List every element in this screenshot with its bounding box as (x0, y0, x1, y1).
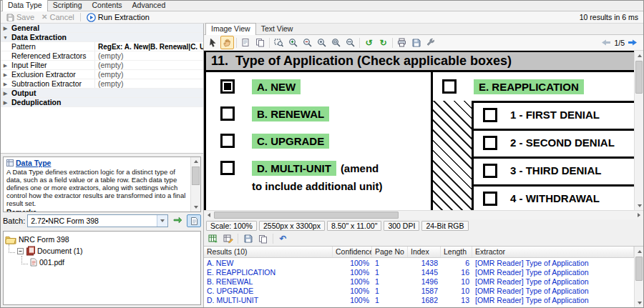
propgrid-row-input-filter[interactable]: ▶ Input Filter (empty) (1, 61, 203, 70)
chevron-right-icon[interactable]: ▶ (1, 98, 10, 107)
help-title-link[interactable]: Data Type (16, 159, 51, 167)
result-row[interactable]: C. UPGRADE 100% 1 1587 10 [OMR Reader] T… (204, 286, 634, 295)
result-row[interactable]: B. RENEWAL 100% 1 1496 10 [OMR Reader] T… (204, 277, 634, 286)
chevron-down-icon[interactable]: ▼ (1, 33, 10, 42)
combo-dropdown-button[interactable] (157, 215, 167, 227)
propgrid-row-referenced-extractors[interactable]: Referenced Extractors (empty) (1, 51, 203, 61)
tab-data-type[interactable]: Data Type (2, 0, 48, 11)
result-row[interactable]: D. MULTI-UNIT 100% 1 1682 13 [OMR Reader… (204, 295, 634, 304)
column-header-confidence[interactable]: Confidence (333, 247, 372, 257)
scroll-down-arrow[interactable] (635, 298, 643, 307)
image-viewport[interactable]: 11. Type of Application (Check applicabl… (204, 51, 643, 210)
propgrid-section-general[interactable]: ▶ General (1, 24, 203, 33)
chevron-right-icon[interactable]: ▶ (1, 24, 10, 33)
scroll-right-arrow[interactable] (634, 211, 643, 219)
scroll-up-arrow[interactable] (635, 247, 643, 256)
edit-zones-button[interactable] (221, 232, 235, 245)
cancel-button[interactable]: ✕ Cancel (39, 12, 77, 23)
propgrid-section-output[interactable]: ▶ Output (1, 89, 203, 98)
column-header-length[interactable]: Length (441, 247, 472, 257)
chevron-right-icon[interactable]: ▶ (1, 61, 10, 70)
scroll-up-arrow[interactable] (635, 51, 643, 60)
rotate-right-button[interactable]: ↻ (376, 36, 390, 49)
property-value[interactable]: (empty) (94, 70, 203, 79)
propgrid-row-pattern[interactable]: Pattern RegEx: A. New|B. Renewal|C. Upgr… (1, 42, 203, 51)
scroll-up-arrow[interactable] (191, 157, 200, 166)
zoom-in-button[interactable] (286, 36, 300, 49)
help-scrollbar[interactable] (190, 157, 200, 212)
select-region-button[interactable] (239, 36, 253, 49)
property-value[interactable]: (empty) (94, 61, 203, 69)
export-image-button[interactable] (409, 36, 423, 49)
tab-label: Contents (92, 1, 122, 9)
tab-image-view[interactable]: Image View (205, 23, 256, 35)
property-value[interactable]: (empty) (94, 79, 203, 88)
column-header-results[interactable]: Results (10) (204, 247, 333, 257)
run-extraction-button[interactable]: Run Extraction (84, 12, 152, 23)
propgrid-section-deduplication[interactable]: ▶ Deduplication (1, 98, 203, 107)
batch-combobox[interactable]: 2.72•NRC Form 398 (27, 214, 168, 227)
scroll-left-arrow[interactable] (204, 211, 213, 219)
save-results-button[interactable] (241, 232, 255, 245)
toolbar-separator (273, 234, 273, 244)
result-row[interactable]: A. NEW 100% 1 1438 6 [OMR Reader] Type o… (204, 258, 634, 267)
tab-contents[interactable]: Contents (87, 0, 127, 11)
zoom-fit-page-button[interactable] (329, 36, 343, 49)
scroll-thumb[interactable] (635, 257, 643, 281)
copy-results-button[interactable] (256, 232, 270, 245)
export-results-button[interactable] (206, 232, 220, 245)
scroll-thumb[interactable] (214, 212, 399, 219)
batch-tree[interactable]: NRC Form 398 Document (1) 001.pdf (3, 231, 201, 305)
column-header-extractor[interactable]: Extractor (472, 247, 634, 257)
zoom-out-icon (303, 38, 312, 47)
image-horizontal-scrollbar[interactable] (204, 210, 643, 219)
zoom-out-button[interactable] (301, 36, 314, 49)
scroll-down-arrow[interactable] (191, 203, 200, 212)
rotate-left-button[interactable]: ↺ (362, 36, 376, 49)
form-option-label: A. NEW (252, 79, 301, 94)
zoom-fit-width-button[interactable] (343, 36, 357, 49)
save-label: Save (16, 13, 34, 21)
property-value[interactable]: (empty) (94, 51, 203, 60)
result-row[interactable]: E. REAPPLICATION 100% 1 1445 16 [OMR Rea… (204, 267, 634, 277)
propgrid-row-subtraction-extractor[interactable]: ▶ Subtraction Extractor (empty) (1, 79, 203, 89)
property-grid: ▶ General ▼ Data Extraction Pattern RegE… (1, 24, 203, 154)
tab-scripting[interactable]: Scripting (48, 0, 87, 11)
tab-advanced[interactable]: Advanced (127, 0, 171, 11)
column-header-page-no[interactable]: Page No (372, 247, 408, 257)
previous-page-icon[interactable] (600, 39, 611, 46)
zoom-actual-size-button[interactable] (315, 36, 328, 49)
pan-tool-button[interactable] (220, 36, 234, 49)
copy-image-button[interactable] (253, 36, 267, 49)
tab-label: Advanced (132, 1, 166, 9)
tree-node-document[interactable]: Document (1) (5, 245, 199, 257)
scroll-thumb[interactable] (635, 61, 643, 94)
print-button[interactable] (395, 36, 409, 49)
propgrid-section-data-extraction[interactable]: ▼ Data Extraction (1, 33, 203, 42)
viewer-settings-button[interactable] (424, 36, 437, 49)
form-option-suffix: (amend (341, 162, 379, 174)
tree-node-batch-root[interactable]: NRC Form 398 (5, 234, 199, 245)
scroll-down-arrow[interactable] (635, 201, 643, 210)
chevron-right-icon[interactable]: ▶ (1, 89, 10, 98)
save-button[interactable]: Save (4, 12, 37, 23)
property-label: Input Filter (10, 61, 94, 69)
next-page-icon[interactable] (628, 39, 638, 46)
batch-process-button[interactable] (170, 214, 185, 227)
column-header-index[interactable]: Index (408, 247, 441, 257)
scroll-thumb[interactable] (192, 167, 200, 185)
zoom-region-button[interactable] (272, 36, 286, 49)
chevron-right-icon[interactable]: ▶ (1, 70, 10, 79)
undo-button[interactable]: ↶ (276, 232, 290, 245)
tab-text-view[interactable]: Text View (256, 24, 298, 34)
chevron-right-icon[interactable]: ▶ (1, 79, 10, 89)
property-value[interactable]: RegEx: A. New|B. Renewal|C. Upgrade| (94, 42, 203, 51)
tree-node-page[interactable]: 001.pdf (5, 257, 199, 268)
propgrid-row-exclusion-extractor[interactable]: ▶ Exclusion Extractor (empty) (1, 70, 203, 79)
show-document-button[interactable] (187, 214, 201, 227)
pointer-tool-button[interactable] (206, 36, 220, 49)
results-vertical-scrollbar[interactable] (634, 247, 643, 307)
scale-status: Scale: 100% (206, 221, 257, 231)
image-vertical-scrollbar[interactable] (634, 51, 643, 210)
tree-expander-icon[interactable] (17, 248, 24, 254)
